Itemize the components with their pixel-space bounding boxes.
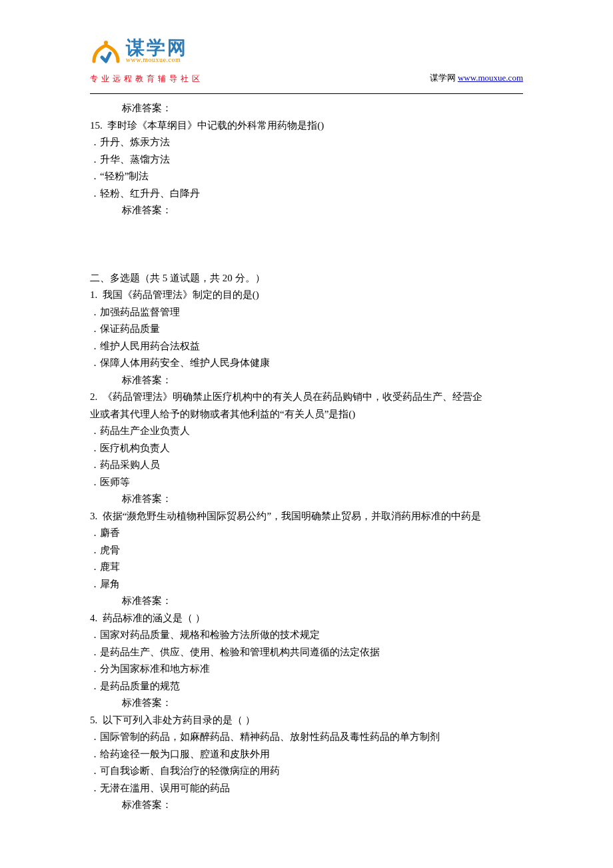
answer-label: 标准答案： bbox=[90, 202, 523, 219]
answer-label: 标准答案： bbox=[90, 695, 523, 712]
section-2-title: 二、多选题（共 5 道试题，共 20 分。） bbox=[90, 270, 523, 287]
document-body: 标准答案： 15. 李时珍《本草纲目》中记载的外科常用药物是指() ．升丹、炼汞… bbox=[0, 87, 613, 814]
question-number: 2. bbox=[90, 391, 97, 402]
header-source: 谋学网 www.mouxue.com bbox=[430, 72, 523, 84]
question-stem: 药品标准的涵义是（ ） bbox=[103, 613, 205, 623]
option: ．维护人民用药合法权益 bbox=[90, 338, 523, 355]
logo-url-text: www.mouxue.com bbox=[126, 56, 188, 63]
option: ．无潜在滥用、误用可能的药品 bbox=[90, 780, 523, 797]
option: ．保证药品质量 bbox=[90, 321, 523, 338]
logo-text: 谋学网 bbox=[126, 39, 188, 57]
multi-question-4: 4. 药品标准的涵义是（ ） ．国家对药品质量、规格和检验方法所做的技术规定 ．… bbox=[90, 610, 523, 712]
multi-question-2: 2. 《药品管理法》明确禁止医疗机构中的有关人员在药品购销中，收受药品生产、经营… bbox=[90, 389, 523, 508]
question-stem: 我国《药品管理法》制定的目的是() bbox=[103, 289, 259, 300]
question-number: 1. bbox=[90, 289, 97, 300]
multi-question-5: 5. 以下可列入非处方药目录的是（ ） ．国际管制的药品，如麻醉药品、精神药品、… bbox=[90, 712, 523, 814]
option: ．犀角 bbox=[90, 576, 523, 593]
option: ．国际管制的药品，如麻醉药品、精神药品、放射性药品及毒性药品的单方制剂 bbox=[90, 729, 523, 746]
question-stem-line1: 《药品管理法》明确禁止医疗机构中的有关人员在药品购销中，收受药品生产、经营企 bbox=[103, 391, 482, 402]
question-15: 15. 李时珍《本草纲目》中记载的外科常用药物是指() ．升丹、炼汞方法 ．升华… bbox=[90, 117, 523, 219]
option: ．医师等 bbox=[90, 474, 523, 491]
option: ．“轻粉”制法 bbox=[90, 168, 523, 185]
question-number: 5. bbox=[90, 715, 97, 725]
option: ．轻粉、红升丹、白降丹 bbox=[90, 185, 523, 203]
question-number: 15. bbox=[90, 120, 103, 131]
option: ．是药品生产、供应、使用、检验和管理机构共同遵循的法定依据 bbox=[90, 644, 523, 661]
option: ．分为国家标准和地方标准 bbox=[90, 661, 523, 678]
option: ．国家对药品质量、规格和检验方法所做的技术规定 bbox=[90, 627, 523, 644]
option: ．药品采购人员 bbox=[90, 457, 523, 474]
question-stem: 以下可列入非处方药目录的是（ ） bbox=[103, 715, 255, 725]
logo-icon bbox=[90, 39, 122, 71]
option: ．加强药品监督管理 bbox=[90, 304, 523, 321]
option: ．可自我诊断、自我治疗的轻微病症的用药 bbox=[90, 763, 523, 780]
option: ．升华、蒸馏方法 bbox=[90, 151, 523, 169]
question-number: 3. bbox=[90, 511, 97, 521]
question-stem: 依据“濒危野生动植物种国际贸易公约”，我国明确禁止贸易，并取消药用标准的中药是 bbox=[103, 511, 481, 521]
answer-label: 标准答案： bbox=[90, 593, 523, 610]
option: ．麝香 bbox=[90, 525, 523, 542]
page-header: 谋学网 www.mouxue.com 专业远程教育辅导社区 谋学网 www.mo… bbox=[0, 0, 613, 87]
option: ．虎骨 bbox=[90, 542, 523, 559]
option: ．鹿茸 bbox=[90, 559, 523, 576]
option: ．医疗机构负责人 bbox=[90, 440, 523, 457]
logo-tagline: 专业远程教育辅导社区 bbox=[90, 73, 203, 85]
site-logo: 谋学网 www.mouxue.com 专业远程教育辅导社区 bbox=[90, 39, 203, 85]
answer-label: 标准答案： bbox=[90, 491, 523, 508]
question-stem: 李时珍《本草纲目》中记载的外科常用药物是指() bbox=[107, 120, 324, 131]
option: ．药品生产企业负责人 bbox=[90, 423, 523, 440]
option: ．保障人体用药安全、维护人民身体健康 bbox=[90, 355, 523, 372]
option: ．升丹、炼汞方法 bbox=[90, 134, 523, 151]
question-stem-line2: 业或者其代理人给予的财物或者其他利益的“有关人员”是指() bbox=[90, 406, 523, 423]
multi-question-3: 3. 依据“濒危野生动植物种国际贸易公约”，我国明确禁止贸易，并取消药用标准的中… bbox=[90, 508, 523, 610]
header-source-link[interactable]: www.mouxue.com bbox=[458, 73, 523, 83]
answer-label: 标准答案： bbox=[90, 372, 523, 389]
option: ．给药途径一般为口服、腔道和皮肤外用 bbox=[90, 746, 523, 763]
question-number: 4. bbox=[90, 613, 97, 623]
answer-label: 标准答案： bbox=[90, 100, 523, 117]
option: ．是药品质量的规范 bbox=[90, 678, 523, 695]
header-divider bbox=[90, 93, 523, 94]
svg-point-0 bbox=[104, 41, 108, 45]
header-source-label: 谋学网 bbox=[430, 73, 456, 83]
answer-label: 标准答案： bbox=[90, 797, 523, 814]
multi-question-1: 1. 我国《药品管理法》制定的目的是() ．加强药品监督管理 ．保证药品质量 ．… bbox=[90, 287, 523, 389]
